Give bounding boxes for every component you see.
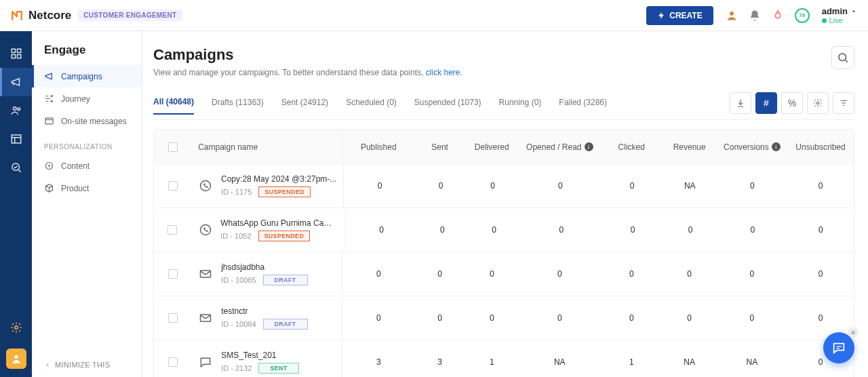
cell-conversions: 0 <box>717 252 787 296</box>
cell-published: 3 <box>342 340 414 377</box>
cell-revenue: NA <box>662 340 717 377</box>
search-button[interactable] <box>831 46 854 69</box>
tab-sent[interactable]: Sent (24912) <box>281 98 328 114</box>
row-checkbox[interactable] <box>168 313 178 323</box>
svg-point-0 <box>730 12 734 16</box>
gear-icon <box>10 321 22 334</box>
campaign-id: ID - 2132 <box>221 364 252 372</box>
col-conversions[interactable]: Conversions i <box>717 130 787 163</box>
rail-content[interactable] <box>0 125 32 153</box>
sidebar-item-label: Journey <box>61 94 90 104</box>
brand-logo[interactable]: Netcore <box>11 9 71 22</box>
product-icon <box>44 183 54 193</box>
cell-revenue: 0 <box>662 252 717 296</box>
table-row[interactable]: Copy:28 May 2024 @3:27pm-...ID - 1175SUS… <box>154 164 854 208</box>
cell-conversions: 0 <box>717 296 787 340</box>
tab-drafts[interactable]: Drafts (11363) <box>212 98 264 114</box>
cell-clicked: 1 <box>601 340 662 377</box>
svg-rect-3 <box>12 55 15 58</box>
campaign-id: ID - 1052 <box>220 232 251 240</box>
cell-published: 0 <box>344 164 416 207</box>
tab-scheduled[interactable]: Scheduled (0) <box>346 98 397 114</box>
settings-button[interactable] <box>807 92 829 114</box>
row-checkbox[interactable] <box>168 269 178 279</box>
download-button[interactable] <box>730 92 751 114</box>
cell-revenue: 0 <box>663 208 717 252</box>
page-title: Campaigns <box>153 46 462 64</box>
cell-clicked: 0 <box>601 252 662 296</box>
cell-opened: 0 <box>519 164 601 207</box>
row-checkbox[interactable] <box>168 357 178 367</box>
rail-help[interactable] <box>6 349 26 369</box>
cell-opened: 0 <box>519 296 601 340</box>
tab-suspended[interactable]: Suspended (1073) <box>414 98 481 114</box>
table-row[interactable]: jhsdsjadbhaID - 10085DRAFT00000000 <box>154 252 854 296</box>
minimize-sidebar[interactable]: MINIMIZE THIS <box>32 353 142 377</box>
user-menu[interactable]: admin Live <box>822 6 857 24</box>
table-row[interactable]: testnctrID - 10084DRAFT00000000 <box>154 296 854 340</box>
status-badge: SENT <box>258 363 298 374</box>
learn-more-link[interactable]: click here <box>426 68 460 77</box>
download-icon <box>736 98 745 108</box>
tab-failed[interactable]: Failed (3286) <box>559 98 607 114</box>
search-analytics-icon <box>10 161 22 174</box>
tab-running[interactable]: Running (0) <box>499 98 542 114</box>
status-badge: SUSPENDED <box>258 231 311 241</box>
create-button[interactable]: CREATE <box>646 6 713 25</box>
cell-clicked: 0 <box>601 164 663 207</box>
info-icon[interactable]: i <box>585 142 593 151</box>
layout-icon <box>10 133 22 145</box>
col-sent[interactable]: Sent <box>414 130 465 163</box>
col-delivered[interactable]: Delivered <box>465 130 519 163</box>
nav-rail <box>0 31 32 377</box>
col-published[interactable]: Published <box>342 130 414 163</box>
col-opened[interactable]: Opened / Read i <box>519 130 601 163</box>
cell-clicked: 0 <box>601 296 662 340</box>
sidebar-item-content[interactable]: Content <box>32 155 142 177</box>
create-button-label: CREATE <box>669 11 702 20</box>
col-unsubscribed[interactable]: Unsubscribed <box>787 130 854 163</box>
row-checkbox[interactable] <box>168 181 178 191</box>
percent-view-button[interactable]: % <box>781 92 803 114</box>
count-view-button[interactable]: # <box>755 92 777 114</box>
rail-analytics[interactable] <box>0 153 32 182</box>
cell-clicked: 0 <box>602 208 663 252</box>
channel-icon <box>198 178 213 193</box>
cell-delivered: 1 <box>465 340 519 377</box>
sidebar-item-product[interactable]: Product <box>32 177 142 199</box>
cell-opened: 0 <box>519 252 601 296</box>
campaign-id: ID - 10084 <box>221 320 256 328</box>
table-row[interactable]: SMS_Test_201ID - 2132SENT331NA1NANA0 <box>154 340 854 377</box>
chat-button[interactable] <box>823 332 854 363</box>
cell-opened: NA <box>519 340 601 377</box>
chat-icon <box>831 340 846 355</box>
info-icon[interactable]: i <box>772 142 781 151</box>
rail-audience[interactable] <box>0 96 32 125</box>
svg-rect-13 <box>45 118 53 124</box>
fire-icon[interactable] <box>772 9 784 22</box>
cell-sent: 3 <box>414 340 465 377</box>
select-all-checkbox[interactable] <box>168 142 178 152</box>
page-description: View and manage your campaigns. To bette… <box>153 68 462 77</box>
bell-icon[interactable] <box>749 9 761 22</box>
sidebar-section-label: PERSONALIZATION <box>32 132 142 155</box>
score-ring[interactable]: 78 <box>795 8 810 23</box>
col-revenue[interactable]: Revenue <box>662 130 717 163</box>
filter-button[interactable] <box>833 92 854 114</box>
sidebar-item-journey[interactable]: Journey <box>32 87 142 110</box>
sidebar-item-campaigns[interactable]: Campaigns <box>32 65 142 87</box>
table-row[interactable]: WhatsApp Guru Purnima Camp...ID - 1052SU… <box>154 208 854 252</box>
rail-dashboard[interactable] <box>0 39 32 68</box>
sidebar-item-label: Campaigns <box>61 72 102 81</box>
rail-engage[interactable] <box>0 68 32 96</box>
rail-settings[interactable] <box>0 313 32 342</box>
tab-all[interactable]: All (40648) <box>153 97 194 115</box>
col-name[interactable]: Campaign name <box>191 130 342 163</box>
profile-icon[interactable] <box>726 9 738 22</box>
col-clicked[interactable]: Clicked <box>601 130 662 163</box>
cell-published: 0 <box>342 252 414 296</box>
sidebar-item-onsite[interactable]: On-site messages <box>32 110 142 132</box>
campaigns-table: Campaign name Published Sent Delivered O… <box>153 130 854 377</box>
row-checkbox[interactable] <box>167 225 177 235</box>
user-name-label: admin <box>822 6 848 16</box>
